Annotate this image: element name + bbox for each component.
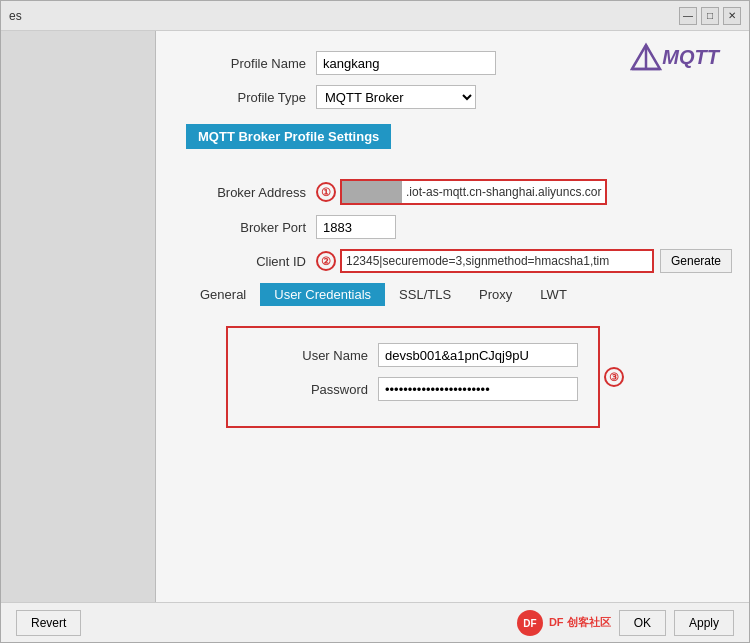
annotation-3: ③ [604, 367, 624, 387]
apply-button[interactable]: Apply [674, 610, 734, 636]
profile-name-input[interactable] [316, 51, 496, 75]
username-input[interactable] [378, 343, 578, 367]
client-id-field[interactable]: 12345|securemode=3,signmethod=hmacsha1,t… [340, 249, 654, 273]
generate-button[interactable]: Generate [660, 249, 732, 273]
broker-port-label: Broker Port [186, 220, 306, 235]
broker-address-container: ① .iot-as-mqtt.cn-shanghai.aliyuncs.cor [316, 179, 607, 205]
mqtt-logo-area: MQTT [630, 41, 719, 73]
broker-port-row: Broker Port [186, 215, 719, 239]
annotation-1: ① [316, 182, 336, 202]
password-label: Password [248, 382, 368, 397]
df-logo: DF DF 创客社区 [515, 608, 611, 638]
section-header-wrapper: MQTT Broker Profile Settings [186, 119, 719, 164]
df-logo-text: DF 创客社区 [549, 615, 611, 630]
broker-address-field[interactable]: .iot-as-mqtt.cn-shanghai.aliyuncs.cor [340, 179, 607, 205]
main-layout: MQTT Profile Name Profile Type MQTT Brok… [1, 31, 749, 602]
client-id-label: Client ID [186, 254, 306, 269]
main-window: es — □ ✕ MQTT [0, 0, 750, 643]
annotation-2: ② [316, 251, 336, 271]
revert-button[interactable]: Revert [16, 610, 81, 636]
footer-right: DF DF 创客社区 OK Apply [515, 608, 734, 638]
mqtt-icon [630, 41, 662, 73]
client-id-text: 12345|securemode=3,signmethod=hmacsha1,t… [342, 252, 652, 270]
footer-left: Revert [16, 610, 81, 636]
password-input[interactable] [378, 377, 578, 401]
content-wrapper: MQTT Profile Name Profile Type MQTT Brok… [186, 51, 719, 428]
minimize-button[interactable]: — [679, 7, 697, 25]
tab-general[interactable]: General [186, 283, 260, 306]
tabs-row: General User Credentials SSL/TLS Proxy L… [186, 283, 719, 306]
profile-type-row: Profile Type MQTT Broker [186, 85, 719, 109]
window-title: es [9, 9, 22, 23]
username-label: User Name [248, 348, 368, 363]
client-id-container: ② 12345|securemode=3,signmethod=hmacsha1… [316, 249, 732, 273]
title-bar: es — □ ✕ [1, 1, 749, 31]
content-area: MQTT Profile Name Profile Type MQTT Brok… [156, 31, 749, 602]
tab-proxy[interactable]: Proxy [465, 283, 526, 306]
profile-type-select[interactable]: MQTT Broker [316, 85, 476, 109]
sidebar [1, 31, 156, 602]
tab-lwt[interactable]: LWT [526, 283, 580, 306]
credentials-wrapper: User Name Password ③ [186, 326, 600, 428]
footer-bar: Revert DF DF 创客社区 OK Apply [1, 602, 749, 642]
ok-button[interactable]: OK [619, 610, 666, 636]
svg-text:DF: DF [523, 618, 536, 629]
section-header: MQTT Broker Profile Settings [186, 124, 391, 149]
password-row: Password [248, 377, 578, 401]
client-id-row: Client ID ② 12345|securemode=3,signmetho… [186, 249, 719, 273]
df-logo-icon: DF [515, 608, 545, 638]
mqtt-logo-text: MQTT [662, 46, 719, 69]
username-row: User Name [248, 343, 578, 367]
broker-port-input[interactable] [316, 215, 396, 239]
tab-ssl-tls[interactable]: SSL/TLS [385, 283, 465, 306]
broker-address-text: .iot-as-mqtt.cn-shanghai.aliyuncs.cor [402, 183, 605, 201]
profile-name-label: Profile Name [186, 56, 306, 71]
window-controls: — □ ✕ [679, 7, 741, 25]
maximize-button[interactable]: □ [701, 7, 719, 25]
tab-user-credentials[interactable]: User Credentials [260, 283, 385, 306]
broker-address-row: Broker Address ① .iot-as-mqtt.cn-shangha… [186, 179, 719, 205]
profile-type-label: Profile Type [186, 90, 306, 105]
broker-address-masked [342, 181, 402, 203]
close-button[interactable]: ✕ [723, 7, 741, 25]
broker-address-label: Broker Address [186, 185, 306, 200]
credentials-box: User Name Password [226, 326, 600, 428]
